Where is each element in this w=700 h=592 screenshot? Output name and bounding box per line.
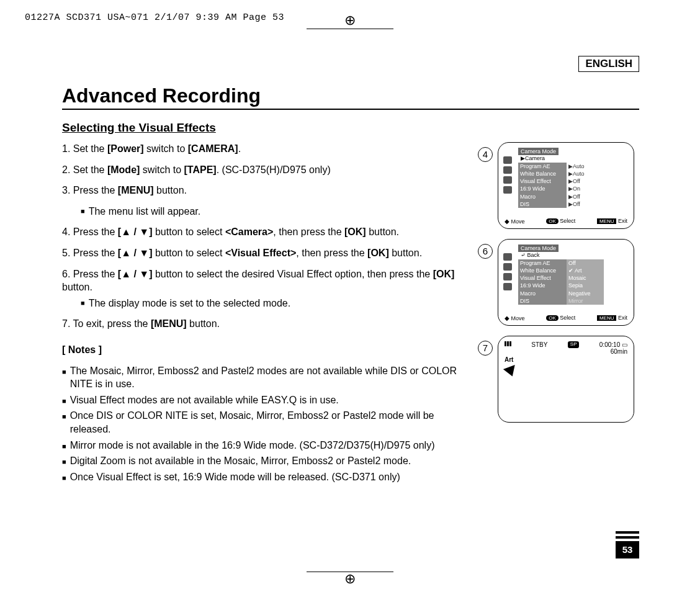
step-6-sub: ■The display mode is set to the selected… bbox=[81, 297, 472, 310]
time-remaining: 60min bbox=[505, 348, 627, 355]
tape-icon: ▭ bbox=[622, 341, 627, 348]
osd-hint-bar: ◆ Move OK Select MENU Exit bbox=[505, 218, 627, 225]
osd-menu: Program AEOff White Balance✔Art Visual E… bbox=[518, 259, 627, 305]
status-text: STBY bbox=[531, 341, 547, 348]
osd-screen: Camera Mode ▶Camera Program AE▶Auto Whit… bbox=[498, 142, 634, 229]
timecode: 0:00:10 ▭ bbox=[599, 341, 627, 348]
note-item: ■Once Visual Effect is set, 16:9 Wide mo… bbox=[62, 470, 472, 484]
step-6: 6. Press the [▲ / ▼] button to select th… bbox=[62, 267, 472, 294]
step-3: 3. Press the [MENU] button. bbox=[62, 184, 472, 197]
step-4: 4. Press the [▲ / ▼] button to select <C… bbox=[62, 225, 472, 239]
notes-header: [ Notes ] bbox=[62, 343, 472, 357]
figure-number: 7 bbox=[478, 341, 493, 356]
figure-6: 6 Camera Mode ⤶ Back Program AEOff W bbox=[478, 239, 639, 326]
battery-icon bbox=[505, 341, 511, 348]
art-indicator-icon bbox=[503, 365, 518, 379]
page-title: Advanced Recording bbox=[62, 72, 639, 110]
tape-icon bbox=[503, 273, 512, 280]
registration-mark-top: ⊕ bbox=[307, 14, 393, 29]
sp-badge: SP bbox=[568, 341, 580, 348]
step-5: 5. Press the [▲ / ▼] button to select <V… bbox=[62, 246, 472, 260]
note-item: ■Once DIS or COLOR NITE is set, Mosaic, … bbox=[62, 409, 472, 436]
gear-icon bbox=[503, 283, 512, 290]
note-item: ■Visual Effect modes are not available w… bbox=[62, 393, 472, 407]
record-icon bbox=[503, 263, 512, 271]
step-3-sub: ■The menu list will appear. bbox=[81, 205, 472, 218]
record-icon bbox=[503, 166, 512, 174]
camera-icon bbox=[503, 253, 512, 261]
osd-hint-bar: ◆ Move OK Select MENU Exit bbox=[505, 315, 627, 321]
osd-icon-sidebar bbox=[503, 253, 512, 290]
osd-breadcrumb: ▶Camera bbox=[518, 155, 547, 162]
figures-column: 4 Camera Mode ▶Camera Program AE▶Auto bbox=[472, 142, 639, 486]
step-7: 7. To exit, press the [MENU] button. bbox=[62, 317, 472, 331]
note-item: ■Mirror mode is not available in the 16:… bbox=[62, 439, 472, 452]
instructions-column: 1. Set the [Power] switch to [CAMERA]. 2… bbox=[62, 142, 472, 486]
step-1: 1. Set the [Power] switch to [CAMERA]. bbox=[62, 142, 472, 156]
page-number: 53 bbox=[616, 541, 639, 558]
osd-live-screen: STBY SP 0:00:10 ▭ 60min Art bbox=[498, 336, 634, 423]
figure-7: 7 STBY SP 0:00:10 ▭ 60min Art bbox=[478, 336, 639, 423]
tape-icon bbox=[503, 176, 512, 184]
registration-mark-bottom: ⊕ bbox=[307, 570, 393, 586]
figure-number: 4 bbox=[478, 147, 493, 162]
camera-icon bbox=[503, 156, 512, 164]
osd-screen: Camera Mode ⤶ Back Program AEOff White B… bbox=[498, 239, 634, 326]
section-title: Selecting the Visual Effects bbox=[62, 121, 639, 135]
osd-icon-sidebar bbox=[503, 156, 512, 194]
print-header: 01227A SCD371 USA~071 2/1/07 9:39 AM Pag… bbox=[25, 12, 284, 23]
figure-4: 4 Camera Mode ▶Camera Program AE▶Auto bbox=[478, 142, 639, 229]
osd-breadcrumb: ⤶ Back bbox=[518, 251, 542, 259]
note-item: ■The Mosaic, Mirror, Emboss2 and Pastel2… bbox=[62, 364, 472, 391]
page-content: ENGLISH Advanced Recording Selecting the… bbox=[62, 56, 639, 540]
gear-icon bbox=[503, 186, 512, 194]
language-label: ENGLISH bbox=[578, 56, 639, 72]
note-item: ■Digital Zoom is not available in the Mo… bbox=[62, 454, 472, 468]
step-2: 2. Set the [Mode] switch to [TAPE]. (SC-… bbox=[62, 163, 472, 177]
effect-label: Art bbox=[505, 356, 627, 363]
figure-number: 6 bbox=[478, 244, 493, 259]
osd-menu: Program AE▶Auto White Balance▶Auto Visua… bbox=[518, 163, 627, 208]
